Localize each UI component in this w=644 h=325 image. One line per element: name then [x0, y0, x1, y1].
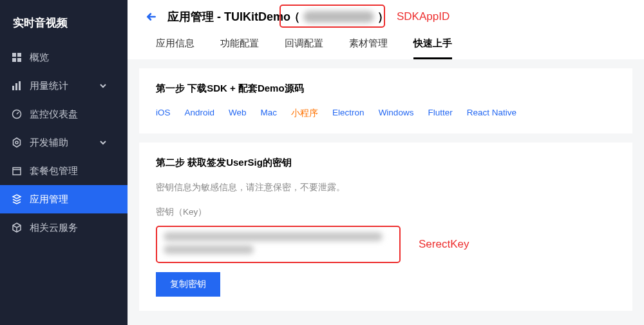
svg-point-9 — [15, 141, 18, 144]
key-label: 密钥（Key） — [156, 206, 616, 218]
sidebar-item-label: 概览 — [30, 52, 49, 64]
platform-windows[interactable]: Windows — [379, 108, 414, 119]
step2-card: 第二步 获取签发UserSig的密钥 密钥信息为敏感信息，请注意保密，不要泄露。… — [139, 143, 632, 311]
sidebar: 实时音视频 概览 用量统计 监控仪表盘 开发辅助 套餐包管 — [0, 0, 128, 325]
step2-title: 第二步 获取签发UserSig的密钥 — [156, 157, 616, 169]
platform-miniprogram[interactable]: 小程序 — [291, 108, 318, 119]
page-title: 应用管理 - TUIKitDemo — [167, 9, 290, 25]
sidebar-item-monitor-dashboard[interactable]: 监控仪表盘 — [0, 100, 128, 128]
svg-rect-10 — [13, 168, 21, 175]
sidebar-item-related-services[interactable]: 相关云服务 — [0, 213, 128, 242]
platform-links: iOS Android Web Mac 小程序 Electron Windows… — [156, 108, 616, 119]
back-arrow-icon[interactable] — [146, 11, 157, 23]
platform-flutter[interactable]: Flutter — [428, 108, 452, 119]
sidebar-item-app-management[interactable]: 应用管理 — [0, 185, 128, 213]
sidebar-item-dev-assist[interactable]: 开发辅助 — [0, 128, 128, 157]
chevron-down-icon — [98, 137, 108, 148]
platform-web[interactable]: Web — [229, 108, 247, 119]
tabs: 应用信息 功能配置 回调配置 素材管理 快速上手 — [146, 37, 644, 59]
key-blurred-line — [164, 232, 383, 241]
secret-key-box — [156, 226, 401, 263]
svg-rect-4 — [12, 86, 14, 90]
svg-marker-8 — [14, 138, 21, 147]
svg-rect-5 — [15, 83, 17, 90]
sidebar-item-overview[interactable]: 概览 — [0, 43, 128, 72]
svg-rect-6 — [19, 81, 21, 90]
paren-close: ） — [377, 9, 389, 25]
chevron-down-icon — [98, 81, 108, 91]
content-area: 第一步 下载SDK + 配套Demo源码 iOS Android Web Mac… — [128, 59, 644, 325]
tab-callback-config[interactable]: 回调配置 — [285, 37, 323, 59]
platform-react-native[interactable]: React Native — [467, 108, 516, 119]
paren-open: （ — [289, 9, 300, 25]
platform-ios[interactable]: iOS — [156, 108, 171, 119]
title-row: 应用管理 - TUIKitDemo （ ） SDKAppID — [146, 9, 644, 25]
tab-material-management[interactable]: 素材管理 — [349, 37, 388, 59]
topbar: 应用管理 - TUIKitDemo （ ） SDKAppID 应用信息 功能配置… — [128, 0, 644, 59]
appid-blurred — [303, 11, 374, 23]
platform-mac[interactable]: Mac — [261, 108, 278, 119]
key-row: SerectKey — [156, 226, 616, 263]
gauge-icon — [12, 109, 22, 119]
svg-rect-2 — [12, 58, 16, 62]
main-content: 应用管理 - TUIKitDemo （ ） SDKAppID 应用信息 功能配置… — [128, 0, 644, 325]
tab-feature-config[interactable]: 功能配置 — [220, 37, 259, 59]
sidebar-item-label: 用量统计 — [30, 80, 68, 92]
layers-icon — [12, 194, 22, 204]
secret-key-annotation: SerectKey — [419, 238, 469, 251]
gear-icon — [12, 137, 22, 148]
platform-electron[interactable]: Electron — [332, 108, 365, 119]
copy-key-button[interactable]: 复制密钥 — [156, 272, 220, 297]
sidebar-title: 实时音视频 — [0, 0, 128, 43]
key-blurred-line — [164, 245, 254, 254]
bar-chart-icon — [12, 81, 22, 91]
key-note: 密钥信息为敏感信息，请注意保密，不要泄露。 — [156, 182, 616, 193]
appid-container: （ ） — [289, 9, 389, 25]
sidebar-item-label: 开发辅助 — [30, 137, 68, 149]
sidebar-item-label: 应用管理 — [30, 193, 68, 206]
step1-card: 第一步 下载SDK + 配套Demo源码 iOS Android Web Mac… — [139, 68, 632, 133]
package-icon — [12, 166, 22, 176]
sidebar-item-label: 监控仪表盘 — [30, 108, 78, 121]
platform-android[interactable]: Android — [185, 108, 215, 119]
svg-rect-1 — [17, 53, 21, 57]
svg-rect-3 — [17, 58, 21, 62]
grid-icon — [12, 52, 22, 63]
sdk-appid-annotation: SDKAppID — [397, 10, 450, 23]
tab-quick-start[interactable]: 快速上手 — [413, 37, 452, 59]
tab-app-info[interactable]: 应用信息 — [156, 37, 194, 59]
cube-icon — [12, 222, 22, 233]
sidebar-item-usage-stats[interactable]: 用量统计 — [0, 72, 128, 100]
sidebar-item-label: 相关云服务 — [30, 222, 78, 234]
svg-rect-0 — [12, 53, 16, 57]
sidebar-item-package-management[interactable]: 套餐包管理 — [0, 157, 128, 185]
step1-title: 第一步 下载SDK + 配套Demo源码 — [156, 83, 616, 95]
sidebar-item-label: 套餐包管理 — [30, 165, 78, 177]
